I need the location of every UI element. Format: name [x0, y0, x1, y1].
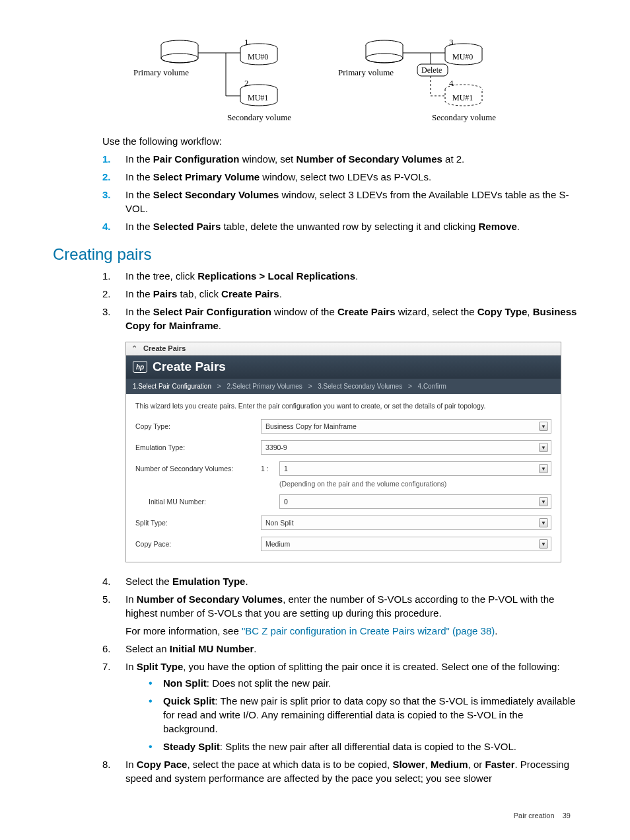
- footer-page: 39: [563, 812, 571, 820]
- xref-link[interactable]: "BC Z pair configuration in Create Pairs…: [242, 625, 495, 636]
- diagram-left-svg: Primary volume 1. MU#0 2. MU#1 Secondary…: [127, 33, 298, 122]
- nsv-label: Number of Secondary Volumes:: [135, 465, 261, 473]
- wizard-title: Create Pairs: [153, 360, 226, 374]
- footer-section: Pair creation: [514, 812, 555, 820]
- copy-pace-select[interactable]: Medium▼: [261, 537, 551, 551]
- diagram-right-svg: Primary volume 3. MU#0 Delete 4. MU#1 Se…: [332, 33, 503, 122]
- split-type-select[interactable]: Non Split▼: [261, 515, 551, 530]
- step-item: 8.In Copy Pace, select the pace at which…: [102, 757, 577, 785]
- page-footer: Pair creation 39: [53, 812, 577, 820]
- chevron-down-icon[interactable]: ▼: [539, 539, 548, 549]
- wizard-body: This wizard lets you create pairs. Enter…: [126, 394, 561, 562]
- list-item: Steady Split: Splits the new pair after …: [149, 740, 577, 753]
- svg-text:MU#0: MU#0: [452, 52, 473, 61]
- step-item: 1.In the tree, click Replications > Loca…: [102, 269, 577, 283]
- workflow-item: 4.In the Selected Pairs table, delete th…: [102, 219, 577, 233]
- step-item: 3.In the Select Pair Configuration windo…: [102, 305, 577, 332]
- split-options-list: Non Split: Does not split the new pair. …: [149, 676, 577, 753]
- steps-list-b: 4.Select the Emulation Type. 5.In Number…: [102, 574, 577, 785]
- wizard-title-bar: hp Create Pairs: [126, 356, 561, 378]
- step-item: 6.Select an Initial MU Number.: [102, 642, 577, 656]
- emulation-type-select[interactable]: 3390-9▼: [261, 440, 551, 455]
- nsv-select[interactable]: 1▼: [279, 461, 551, 476]
- wizard-step-1[interactable]: 1.Select Pair Configuration: [133, 383, 211, 390]
- svg-text:Primary volume: Primary volume: [338, 67, 394, 77]
- steps-list-a: 1.In the tree, click Replications > Loca…: [102, 269, 577, 332]
- svg-text:Secondary volume: Secondary volume: [227, 112, 291, 122]
- split-type-label: Split Type:: [135, 519, 261, 527]
- create-pairs-wizard: ⌃ Create Pairs hp Create Pairs 1.Select …: [125, 342, 561, 562]
- step-item: 5.In Number of Secondary Volumes, enter …: [102, 592, 577, 638]
- primary-label: Primary volume: [133, 67, 189, 77]
- section-heading: Creating pairs: [53, 245, 577, 264]
- wizard-panel-header[interactable]: ⌃ Create Pairs: [126, 342, 561, 356]
- collapse-icon[interactable]: ⌃: [131, 344, 137, 352]
- wizard-steps: 1.Select Pair Configuration > 2.Select P…: [126, 378, 561, 394]
- chevron-down-icon[interactable]: ▼: [539, 443, 548, 452]
- workflow-intro: Use the following workflow:: [102, 135, 577, 147]
- svg-text:MU#1: MU#1: [452, 93, 473, 102]
- step-item: 2.In the Pairs tab, click Create Pairs.: [102, 287, 577, 301]
- chevron-down-icon[interactable]: ▼: [539, 464, 548, 473]
- copy-pace-label: Copy Pace:: [135, 540, 261, 548]
- wizard-step-4[interactable]: 4.Confirm: [418, 383, 446, 390]
- svg-text:Delete: Delete: [421, 65, 442, 75]
- chevron-down-icon[interactable]: ▼: [539, 518, 548, 527]
- emulation-type-label: Emulation Type:: [135, 443, 261, 451]
- imu-label: Initial MU Number:: [135, 498, 261, 506]
- svg-text:MU#0: MU#0: [248, 52, 268, 61]
- imu-select[interactable]: 0▼: [279, 494, 551, 509]
- diagram-left: Primary volume 1. MU#0 2. MU#1 Secondary…: [127, 33, 298, 122]
- wizard-step-3[interactable]: 3.Select Secondary Volumes: [318, 383, 402, 390]
- step-item: 7.In Split Type, you have the option of …: [102, 660, 577, 753]
- list-item: Quick Split: The new pair is split prior…: [149, 694, 577, 736]
- copy-type-select[interactable]: Business Copy for Mainframe▼: [261, 419, 551, 434]
- workflow-list: 1.In the Pair Configuration window, set …: [102, 152, 577, 233]
- chevron-down-icon[interactable]: ▼: [539, 422, 548, 431]
- hp-logo-icon: hp: [133, 361, 147, 373]
- wizard-step-2[interactable]: 2.Select Primary Volumes: [227, 383, 302, 390]
- svg-text:Secondary volume: Secondary volume: [432, 112, 496, 122]
- chevron-down-icon[interactable]: ▼: [539, 497, 548, 506]
- panel-title: Create Pairs: [143, 344, 186, 352]
- nsv-hint: (Depending on the pair and the volume co…: [279, 480, 551, 488]
- copy-type-label: Copy Type:: [135, 422, 261, 430]
- wizard-description: This wizard lets you create pairs. Enter…: [135, 402, 551, 410]
- step-item: 4.Select the Emulation Type.: [102, 574, 577, 588]
- diagram-right: Primary volume 3. MU#0 Delete 4. MU#1 Se…: [332, 33, 503, 122]
- workflow-item: 3.In the Select Secondary Volumes window…: [102, 188, 577, 215]
- workflow-item: 2.In the Select Primary Volume window, s…: [102, 170, 577, 184]
- workflow-item: 1.In the Pair Configuration window, set …: [102, 152, 577, 166]
- svg-text:MU#1: MU#1: [248, 93, 268, 102]
- list-item: Non Split: Does not split the new pair.: [149, 676, 577, 690]
- nsv-prefix: 1 :: [261, 465, 274, 473]
- diagram-area: Primary volume 1. MU#0 2. MU#1 Secondary…: [53, 33, 577, 122]
